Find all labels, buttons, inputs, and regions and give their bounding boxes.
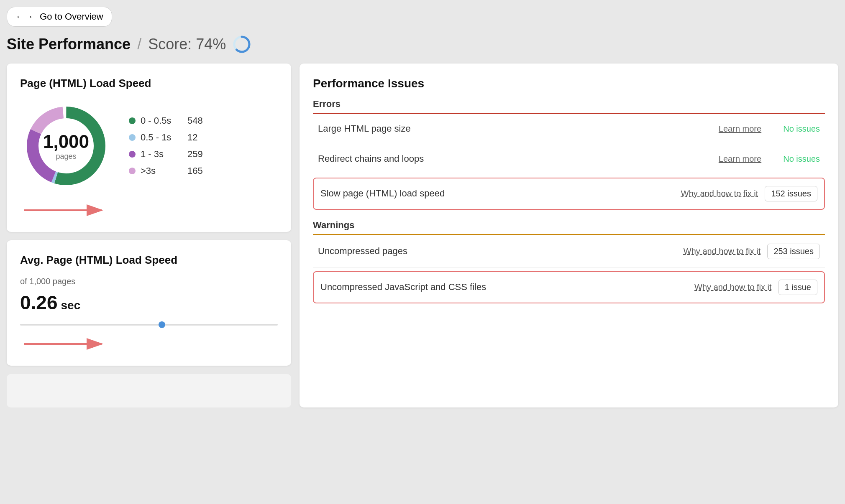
legend-item-2: 1 - 3s 259 [129,149,203,160]
legend-count-1: 12 [187,132,197,143]
legend-range-2: 1 - 3s [141,149,182,160]
legend-range-0: 0 - 0.5s [141,115,182,126]
go-to-overview-label: ← Go to Overview [28,11,103,22]
legend-count-3: 165 [187,165,203,176]
panel-title: Performance Issues [313,77,825,90]
legend-count-2: 259 [187,149,203,160]
avg-bar-dot [159,321,165,328]
legend-dot-2 [129,151,136,158]
avg-sub-text: of 1,000 pages [20,277,278,286]
donut-section: 1,000 pages 0 - 0.5s 548 0.5 - 1s 12 [20,100,278,192]
back-arrow-icon: ← [15,11,25,22]
no-issues-badge-1: No issues [774,154,820,164]
why-fix-link-1[interactable]: Why and how to fix it [684,247,761,256]
issue-row-uncompressed-pages: Uncompressed pages Why and how to fix it… [313,235,825,268]
errors-section: Errors Large HTML page size Learn more N… [313,99,825,210]
legend-count-0: 548 [187,115,203,126]
why-fix-link-2[interactable]: Why and how to fix it [694,283,772,292]
learn-more-link-0[interactable]: Learn more [713,124,767,134]
donut-total: 1,000 [43,131,89,152]
legend-dot-0 [129,117,136,124]
issue-large-html-name: Large HTML page size [318,122,706,135]
issue-row-uncompressed-js: Uncompressed JavaScript and CSS files Wh… [313,271,825,303]
why-fix-link-0[interactable]: Why and how to fix it [681,189,758,199]
arrow-icon-2 [24,336,108,352]
issue-redirect-name: Redirect chains and loops [318,153,706,165]
load-speed-card: Page (HTML) Load Speed 1,000 pages [7,64,291,232]
warnings-section: Warnings Uncompressed pages Why and how … [313,220,825,303]
legend-item-3: >3s 165 [129,165,203,176]
donut-container: 1,000 pages [20,100,112,192]
issue-uncompressed-pages-name: Uncompressed pages [318,245,677,258]
warnings-header: Warnings [313,220,825,234]
legend-item-1: 0.5 - 1s 12 [129,132,203,143]
score-loading-icon [233,35,251,53]
errors-header: Errors [313,99,825,113]
avg-unit: sec [61,299,81,312]
issue-count-2: 1 issue [778,280,817,295]
legend-range-3: >3s [141,165,182,176]
main-content: Page (HTML) Load Speed 1,000 pages [7,64,838,407]
legend-item-0: 0 - 0.5s 548 [129,115,203,126]
arrow-icon-1 [24,202,108,219]
donut-center: 1,000 pages [43,131,89,161]
avg-title: Avg. Page (HTML) Load Speed [20,254,278,267]
legend-dot-1 [129,134,136,141]
issue-row-slow-page: Slow page (HTML) load speed Why and how … [313,178,825,210]
load-speed-title: Page (HTML) Load Speed [20,77,278,90]
avg-load-speed-card: Avg. Page (HTML) Load Speed of 1,000 pag… [7,240,291,366]
no-issues-badge-0: No issues [774,124,820,134]
issue-row-large-html: Large HTML page size Learn more No issue… [313,114,825,144]
learn-more-link-1[interactable]: Learn more [713,154,767,164]
issue-slow-page-name: Slow page (HTML) load speed [320,187,674,200]
score-text: Score: 74% [148,36,226,53]
issue-count-0: 152 issues [765,186,817,201]
issue-uncompressed-js-name: Uncompressed JavaScript and CSS files [320,281,688,294]
page-header: Site Performance / Score: 74% [7,35,838,53]
legend: 0 - 0.5s 548 0.5 - 1s 12 1 - 3s 259 [129,115,203,176]
legend-range-1: 0.5 - 1s [141,132,182,143]
issue-row-redirect: Redirect chains and loops Learn more No … [313,144,825,174]
left-column: Page (HTML) Load Speed 1,000 pages [7,64,291,407]
avg-bar-section [20,324,278,326]
avg-bar-track [20,324,278,326]
go-to-overview-button[interactable]: ← ← Go to Overview [7,7,112,27]
avg-value: 0.26 [20,291,58,314]
donut-pages-label: pages [43,152,89,161]
bottom-card-placeholder [7,374,291,407]
right-panel: Performance Issues Errors Large HTML pag… [300,64,838,407]
issue-count-1: 253 issues [767,244,820,259]
page-title: Site Performance [7,36,131,53]
legend-dot-3 [129,168,136,174]
score-divider: / [137,36,141,53]
